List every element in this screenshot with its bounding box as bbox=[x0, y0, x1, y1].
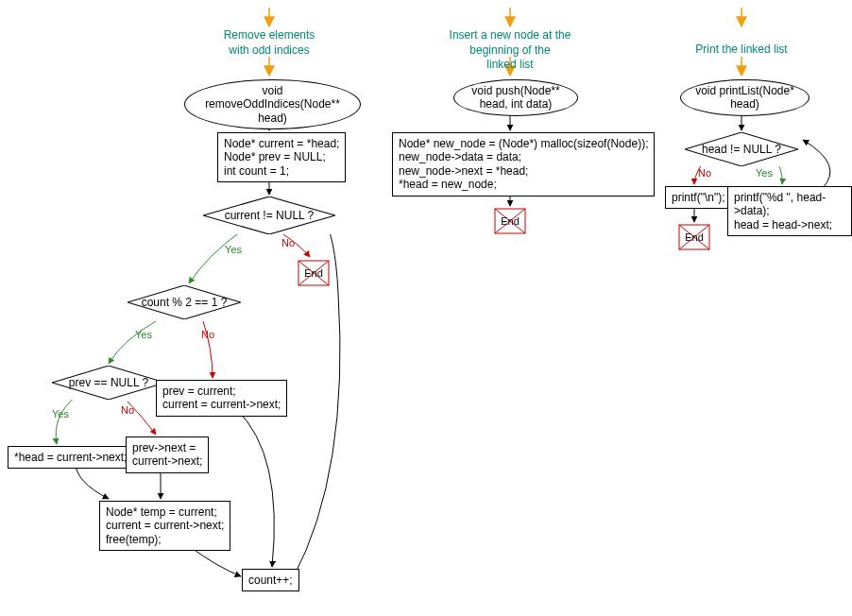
flow1-prev-no-label: No bbox=[121, 404, 134, 416]
flow3-start: void printList(Node*head) bbox=[680, 79, 809, 116]
flow1-init-process: Node* current = *head;Node* prev = NULL;… bbox=[217, 132, 346, 182]
flow3-title: Print the linked list bbox=[685, 43, 798, 58]
flow1-count-yes-label: Yes bbox=[135, 329, 152, 340]
flow1-headnext-process: *head = current->next; bbox=[8, 446, 133, 469]
flow1-start: void removeOddIndices(Node**head) bbox=[184, 79, 361, 129]
flow2-title: Insert a new node at thebeginning of the… bbox=[435, 28, 586, 73]
flow1-decision-current-label: current != NULL ? bbox=[225, 209, 315, 222]
flow1-free-process: Node* temp = current;current = current->… bbox=[99, 501, 230, 551]
svg-text:End: End bbox=[685, 231, 704, 243]
flow1-decision-prev: prev == NULL ? bbox=[52, 366, 165, 400]
flow3-head-yes-label: Yes bbox=[756, 167, 773, 179]
flow1-countpp-process: count++; bbox=[242, 569, 299, 591]
flow2-start: void push(Node**head, int data) bbox=[453, 79, 578, 116]
svg-text:End: End bbox=[304, 267, 323, 279]
flow1-prev-yes-label: Yes bbox=[52, 408, 69, 419]
flow3-decision-head: head != NULL ? bbox=[685, 132, 798, 166]
flow3-nl-process: printf("\n"); bbox=[665, 186, 732, 209]
svg-text:End: End bbox=[501, 215, 520, 227]
flow3-decision-head-label: head != NULL ? bbox=[702, 143, 781, 156]
flow1-decision-prev-label: prev == NULL ? bbox=[69, 376, 148, 389]
flow1-decision-count-label: count % 2 == 1 ? bbox=[142, 296, 228, 309]
flow3-end: End bbox=[678, 224, 710, 250]
flow3-head-no-label: No bbox=[698, 167, 711, 179]
flow1-end: End bbox=[298, 260, 330, 286]
flow1-current-no-label: No bbox=[281, 237, 295, 248]
flow2-body-process: Node* new_node = (Node*) malloc(sizeof(N… bbox=[392, 132, 655, 197]
flow2-end: End bbox=[494, 208, 526, 234]
flow1-title: Remove elementswith odd indices bbox=[189, 28, 349, 58]
flow3-print-process: printf("%d ", head->data);head = head->n… bbox=[727, 186, 852, 236]
flow1-current-yes-label: Yes bbox=[225, 244, 242, 255]
flow1-decision-count: count % 2 == 1 ? bbox=[128, 285, 241, 319]
flow1-count-no-label: No bbox=[201, 329, 214, 340]
flow1-decision-current: current != NULL ? bbox=[203, 197, 335, 234]
flow1-prevcur-process: prev = current;current = current->next; bbox=[156, 380, 287, 417]
flow1-prevnext-process: prev->next =current->next; bbox=[126, 436, 209, 473]
